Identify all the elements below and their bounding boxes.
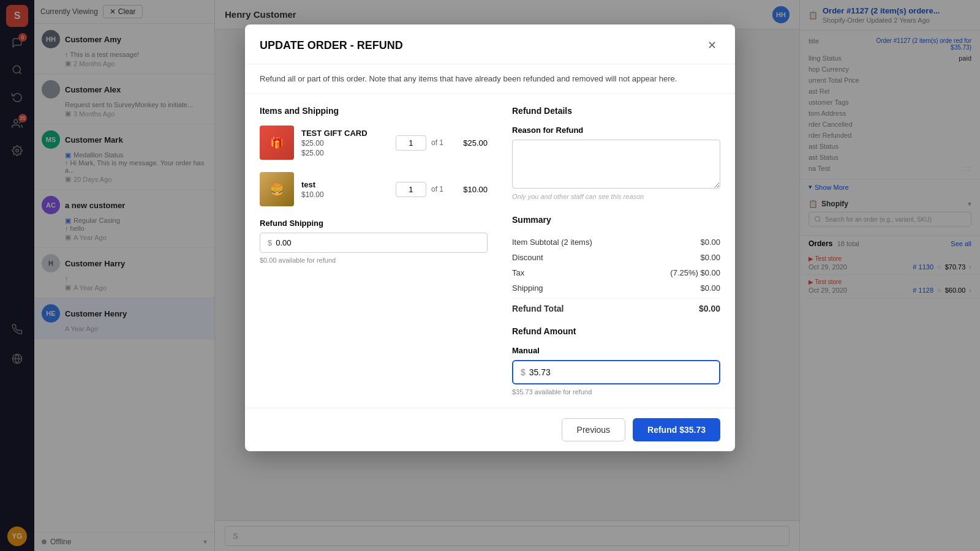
tax-value: (7.25%) $0.00: [670, 268, 720, 277]
food-icon: 🍔: [270, 182, 284, 196]
shipping-sum-value: $0.00: [700, 283, 720, 293]
summary-title: Summary: [512, 215, 720, 225]
manual-input-wrap: $: [512, 360, 720, 384]
gift-icon: 🎁: [270, 136, 284, 149]
manual-available-text: $35.73 available for refund: [512, 388, 720, 395]
manual-dollar-sign: $: [521, 367, 526, 377]
item-row-giftcard: 🎁 TEST GIFT CARD $25.00 $25.00 of 1: [260, 126, 488, 160]
qty-input-test[interactable]: [396, 182, 426, 197]
manual-label: Manual: [512, 346, 720, 355]
item-info-giftcard: TEST GIFT CARD $25.00 $25.00: [301, 129, 388, 157]
item-image-test: 🍔: [260, 172, 294, 206]
item-qty-test: of 1: [396, 182, 443, 197]
summary-section: Summary Item Subtotal (2 items) $0.00 Di…: [512, 215, 720, 317]
summary-row-discount: Discount $0.00: [512, 250, 720, 265]
item-price2-giftcard: $25.00: [301, 149, 388, 157]
modal-right-column: Refund Details Reason for Refund Only yo…: [512, 106, 720, 395]
item-qty-giftcard: of 1: [396, 135, 443, 151]
refund-total-value: $0.00: [699, 304, 720, 313]
reason-textarea[interactable]: [512, 140, 720, 189]
manual-input[interactable]: [529, 367, 712, 377]
reason-label: Reason for Refund: [512, 126, 720, 135]
shipping-dollar-sign: $: [268, 238, 272, 247]
item-name-giftcard: TEST GIFT CARD: [301, 129, 388, 138]
refund-amount-title: Refund Amount: [512, 326, 720, 336]
discount-value: $0.00: [700, 253, 720, 262]
modal-overlay[interactable]: UPDATE ORDER - REFUND ✕ Refund all or pa…: [0, 0, 980, 551]
tax-label: Tax: [512, 268, 524, 277]
previous-button[interactable]: Previous: [562, 418, 625, 441]
subtotal-value: $0.00: [700, 238, 720, 247]
modal-header: UPDATE ORDER - REFUND ✕: [245, 24, 735, 64]
item-info-test: test $10.00: [301, 180, 388, 199]
summary-row-tax: Tax (7.25%) $0.00: [512, 265, 720, 280]
summary-row-subtotal: Item Subtotal (2 items) $0.00: [512, 234, 720, 250]
shipping-input-wrap: $: [260, 233, 488, 253]
item-total-test: $10.00: [451, 185, 488, 194]
refund-total-label: Refund Total: [512, 304, 564, 313]
modal-left-column: Items and Shipping 🎁 TEST GIFT CARD $25.…: [260, 106, 488, 395]
modal-description: Refund all or part of this order. Note t…: [245, 64, 735, 94]
discount-label: Discount: [512, 253, 543, 262]
refund-modal: UPDATE ORDER - REFUND ✕ Refund all or pa…: [245, 24, 735, 451]
summary-row-total: Refund Total $0.00: [512, 298, 720, 317]
item-row-test: 🍔 test $10.00 of 1 $10.00: [260, 172, 488, 206]
qty-input-giftcard[interactable]: [396, 135, 426, 151]
shipping-sum-label: Shipping: [512, 283, 543, 293]
items-section-title: Items and Shipping: [260, 106, 488, 116]
item-price1-giftcard: $25.00: [301, 139, 388, 148]
refund-button[interactable]: Refund $35.73: [633, 418, 720, 441]
shipping-label: Refund Shipping: [260, 219, 488, 228]
refund-details-section: Refund Details Reason for Refund Only yo…: [512, 106, 720, 200]
shipping-available-text: $0.00 available for refund: [260, 257, 488, 264]
item-price-test: $10.00: [301, 190, 388, 199]
item-name-test: test: [301, 180, 388, 189]
staff-note: Only you and other staff can see this re…: [512, 193, 720, 200]
modal-close-button[interactable]: ✕: [703, 37, 720, 54]
refund-amount-section: Refund Amount Manual $ $35.73 available …: [512, 326, 720, 395]
subtotal-label: Item Subtotal (2 items): [512, 238, 592, 247]
shipping-section: Refund Shipping $ $0.00 available for re…: [260, 219, 488, 264]
shipping-input[interactable]: [276, 238, 480, 247]
refund-details-title: Refund Details: [512, 106, 720, 116]
item-image-giftcard: 🎁: [260, 126, 294, 160]
modal-body: Items and Shipping 🎁 TEST GIFT CARD $25.…: [245, 94, 735, 408]
summary-row-shipping: Shipping $0.00: [512, 280, 720, 296]
modal-title: UPDATE ORDER - REFUND: [260, 39, 403, 52]
item-total-giftcard: $25.00: [451, 138, 488, 148]
modal-footer: Previous Refund $35.73: [245, 408, 735, 451]
